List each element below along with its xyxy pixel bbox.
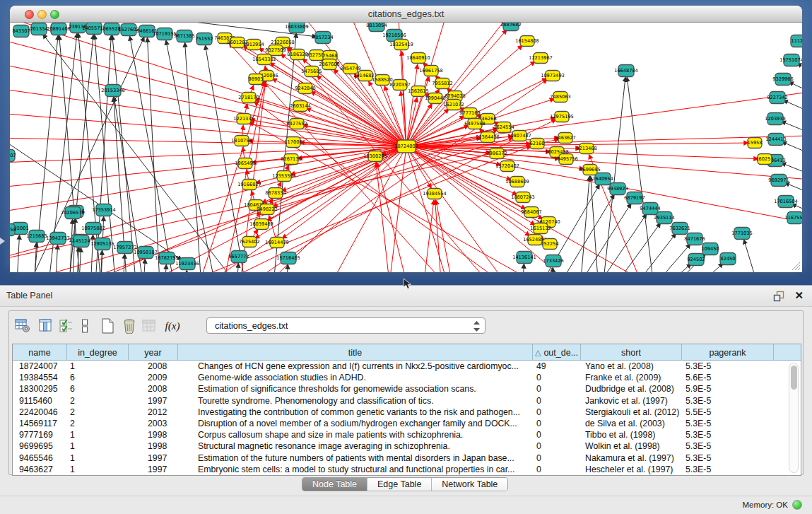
- graph-node-teal[interactable]: 9938923: [607, 183, 628, 195]
- graph-node-teal[interactable]: 9227342: [767, 92, 787, 104]
- graph-node-yellow[interactable]: 7955812: [432, 78, 452, 89]
- function-builder-icon[interactable]: f(x): [163, 317, 182, 335]
- table-row[interactable]: 1456911722003Disruption of a novel membe…: [13, 418, 801, 429]
- graph-node-teal[interactable]: 20891406: [47, 23, 71, 35]
- graph-edge[interactable]: [576, 223, 661, 272]
- graph-edge[interactable]: [406, 146, 721, 272]
- memory-indicator-dot[interactable]: [792, 500, 802, 510]
- graph-edge[interactable]: [627, 77, 661, 272]
- graph-node-yellow[interactable]: 21364436: [476, 132, 500, 143]
- graph-node-yellow[interactable]: 8454749: [340, 64, 360, 74]
- graph-node-yellow[interactable]: 1810755: [231, 136, 252, 146]
- table-row[interactable]: 1830029562008Estimation of significance …: [13, 383, 801, 395]
- graph-node-yellow[interactable]: 12213967: [529, 53, 553, 64]
- table-source-select[interactable]: citations_edges.txt: [206, 317, 486, 334]
- graph-node-teal[interactable]: 2935114: [654, 212, 674, 224]
- graph-node-teal[interactable]: 9329966: [772, 74, 793, 86]
- graph-edge[interactable]: [147, 37, 163, 272]
- graph-node-teal[interactable]: 9657771: [228, 251, 249, 263]
- tab-network-table[interactable]: Network Table: [432, 478, 507, 491]
- table-row[interactable]: 911546021997Tourette syndrome. Phenomeno…: [13, 395, 801, 407]
- graph-node-teal[interactable]: 17016504: [774, 196, 798, 208]
- graph-node-teal[interactable]: 145124: [72, 235, 90, 247]
- graph-node-teal[interactable]: 1215683: [26, 230, 47, 243]
- graph-node-yellow[interactable]: 16961758: [419, 66, 443, 76]
- graph-node-teal[interactable]: 924502: [687, 254, 705, 266]
- graph-node-teal[interactable]: 16648784: [614, 65, 638, 77]
- graph-node-teal[interactable]: 15716485: [276, 252, 300, 264]
- table-row[interactable]: 1938455462009Genome-wide association stu…: [13, 372, 801, 383]
- close-panel-icon[interactable]: ✕: [794, 289, 804, 302]
- graph-edge[interactable]: [161, 264, 166, 272]
- graph-node-teal[interactable]: 6879197: [624, 192, 645, 204]
- graph-node-teal[interactable]: 11923436: [175, 258, 199, 270]
- graph-edge[interactable]: [562, 214, 647, 272]
- graph-node-yellow[interactable]: 62160: [530, 139, 545, 149]
- graph-node-yellow[interactable]: 117006: [284, 137, 302, 148]
- scrollbar-thumb[interactable]: [791, 366, 797, 390]
- graph-node-teal[interactable]: 751552: [195, 33, 213, 45]
- graph-node-teal[interactable]: 113207: [10, 150, 16, 162]
- graph-edge[interactable]: [297, 146, 406, 272]
- graph-node-teal[interactable]: 12905135: [90, 238, 114, 250]
- graph-node-yellow[interactable]: 19166827: [237, 180, 261, 190]
- graph-edge[interactable]: [269, 33, 296, 272]
- graph-edge[interactable]: [783, 100, 802, 129]
- graph-node-yellow[interactable]: 2718170: [238, 93, 259, 103]
- column-header-short[interactable]: short: [581, 344, 682, 361]
- graph-node-teal[interactable]: 16033809: [285, 23, 309, 33]
- network-graph-canvas[interactable]: 8433072013342089140623913614055712106552…: [10, 23, 802, 272]
- graph-node-yellow[interactable]: 15720407: [495, 161, 519, 172]
- import-table-icon[interactable]: [140, 317, 158, 335]
- graph-node-teal[interactable]: 7632621: [669, 223, 690, 235]
- graph-edge[interactable]: [67, 219, 73, 272]
- graph-node-yellow[interactable]: 9242848: [295, 83, 315, 94]
- graph-node-yellow[interactable]: 7485063: [550, 92, 570, 103]
- column-header-out_de[interactable]: △out_de...: [533, 344, 581, 361]
- graph-node-teal[interactable]: 11122: [791, 35, 802, 47]
- graph-edge[interactable]: [604, 264, 691, 272]
- graph-node-yellow[interactable]: 18724007: [394, 140, 418, 153]
- graph-edge[interactable]: [576, 176, 589, 272]
- graph-node-teal[interactable]: 15751074: [779, 54, 802, 66]
- table-row[interactable]: 969969511998Structural magnetic resonanc…: [13, 440, 801, 452]
- column-header-title[interactable]: title: [178, 344, 533, 361]
- graph-edge[interactable]: [435, 200, 445, 272]
- graph-edge[interactable]: [401, 51, 406, 146]
- graph-node-teal[interactable]: 9671385: [174, 30, 194, 42]
- tab-edge-table[interactable]: Edge Table: [367, 478, 432, 491]
- graph-node-teal[interactable]: 201334: [30, 23, 47, 35]
- column-header-name[interactable]: name: [13, 344, 67, 361]
- graph-node-yellow[interactable]: 8678334: [265, 188, 286, 199]
- graph-node-teal[interactable]: 1167553: [784, 212, 802, 224]
- graph-edge[interactable]: [519, 264, 524, 272]
- graph-edge[interactable]: [377, 163, 420, 272]
- graph-node-teal[interactable]: 9692971: [768, 175, 789, 187]
- graph-node-yellow[interactable]: 1990448: [425, 93, 445, 104]
- graph-node-teal[interactable]: 7857234: [312, 32, 333, 44]
- graph-node-teal[interactable]: 13942737: [46, 233, 70, 245]
- graph-node-teal[interactable]: 8813054: [366, 23, 387, 32]
- graph-node-yellow[interactable]: 8267130: [281, 154, 301, 165]
- graph-edge[interactable]: [74, 247, 79, 272]
- graph-edge[interactable]: [781, 121, 802, 148]
- graph-node-yellow[interactable]: 1965493: [235, 158, 255, 169]
- graph-edge[interactable]: [744, 240, 774, 272]
- graph-node-teal[interactable]: 8471676: [684, 233, 705, 245]
- graph-edge[interactable]: [182, 270, 187, 272]
- graph-node-teal[interactable]: 843307: [12, 25, 30, 37]
- table-row[interactable]: 977716911998Corpus callosum shape and si…: [13, 429, 801, 440]
- graph-node-yellow[interactable]: 10688609: [505, 177, 529, 187]
- table-settings-icon[interactable]: [13, 317, 32, 335]
- graph-edge[interactable]: [406, 146, 466, 272]
- graph-edge[interactable]: [782, 141, 802, 170]
- graph-edge[interactable]: [92, 35, 111, 272]
- table-row[interactable]: 1872400712008Changes of HCN gene express…: [13, 361, 801, 372]
- graph-node-yellow[interactable]: 252254: [541, 239, 558, 250]
- column-header-in_degree[interactable]: in_degree: [67, 344, 129, 361]
- table-row[interactable]: 946362711997Embryonic stem cells: a mode…: [13, 464, 801, 475]
- graph-node-teal[interactable]: 14136141: [512, 252, 536, 264]
- graph-node-yellow[interactable]: 16154808: [515, 36, 539, 47]
- resize-grip-icon[interactable]: [790, 260, 801, 271]
- graph-node-yellow[interactable]: 98903: [249, 74, 264, 85]
